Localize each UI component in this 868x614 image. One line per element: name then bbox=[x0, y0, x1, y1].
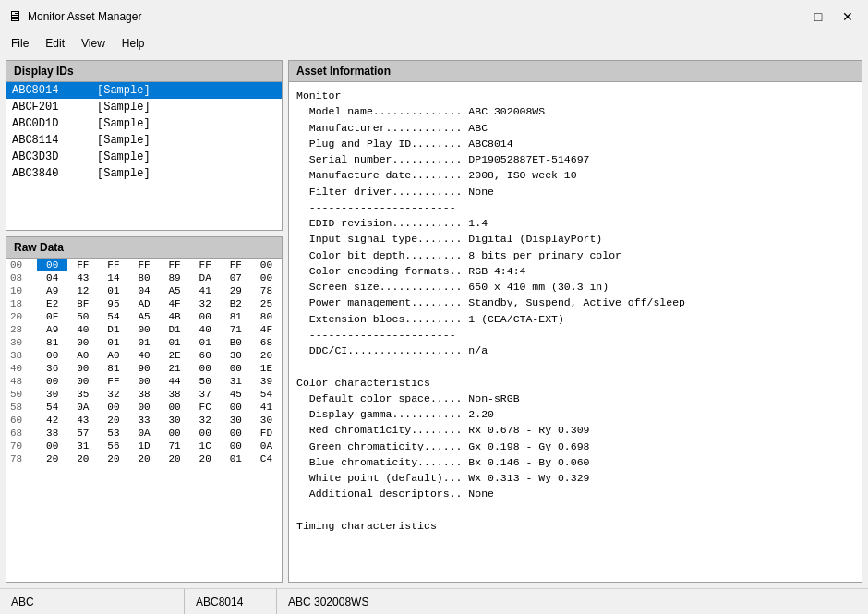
display-id-label: [Sample] bbox=[97, 84, 151, 97]
raw-byte: 1E bbox=[251, 362, 282, 375]
raw-addr: 58 bbox=[6, 401, 37, 414]
close-button[interactable]: ✕ bbox=[835, 6, 861, 27]
raw-byte: 78 bbox=[251, 284, 282, 297]
table-row: 080443148089DA0700 bbox=[6, 271, 282, 284]
raw-byte: AD bbox=[128, 297, 159, 310]
raw-addr: 68 bbox=[6, 427, 37, 439]
display-id-item[interactable]: ABC0D1D[Sample] bbox=[6, 115, 282, 132]
right-panel: Asset Information Monitor Model name....… bbox=[288, 60, 862, 583]
display-id-item[interactable]: ABC8014[Sample] bbox=[6, 82, 282, 99]
raw-byte: 0A bbox=[67, 401, 98, 414]
app-title: Monitor Asset Manager bbox=[28, 10, 141, 23]
raw-byte: 00 bbox=[67, 375, 98, 388]
menu-item-edit[interactable]: Edit bbox=[38, 35, 72, 52]
raw-byte: A0 bbox=[98, 349, 128, 362]
maximize-button[interactable]: □ bbox=[805, 6, 831, 27]
raw-byte: 1C bbox=[190, 439, 221, 452]
raw-byte: 37 bbox=[190, 388, 221, 401]
display-id-code: ABC3D3D bbox=[12, 150, 86, 163]
raw-byte: 38 bbox=[160, 388, 190, 401]
table-row: 3800A0A0402E603020 bbox=[6, 349, 282, 362]
menu-item-file[interactable]: File bbox=[4, 35, 36, 52]
asset-info-header: Asset Information bbox=[289, 61, 862, 82]
raw-addr: 10 bbox=[6, 284, 37, 297]
raw-byte: 20 bbox=[67, 452, 98, 465]
raw-byte: 00 bbox=[98, 401, 128, 414]
raw-byte: 45 bbox=[221, 388, 251, 401]
display-id-code: ABC8114 bbox=[12, 134, 86, 147]
table-row: 480000FF0044503139 bbox=[6, 375, 282, 388]
raw-byte: 20 bbox=[128, 452, 159, 465]
raw-byte: 30 bbox=[160, 414, 190, 427]
raw-byte: 50 bbox=[67, 310, 98, 323]
left-panel: Display IDs ABC8014[Sample]ABCF201[Sampl… bbox=[6, 60, 283, 583]
raw-data-container[interactable]: 0000FFFFFFFFFFFF00080443148089DA070010A9… bbox=[6, 259, 282, 572]
display-id-label: [Sample] bbox=[97, 101, 151, 114]
raw-byte: 38 bbox=[128, 388, 159, 401]
display-id-item[interactable]: ABC3840[Sample] bbox=[6, 165, 282, 182]
asset-info-content[interactable]: Monitor Model name.............. ABC 302… bbox=[289, 82, 862, 582]
raw-byte: 40 bbox=[190, 323, 221, 336]
table-row: 503035323838374554 bbox=[6, 388, 282, 401]
raw-byte: 56 bbox=[98, 439, 128, 452]
table-row: 604243203330323030 bbox=[6, 414, 282, 427]
display-ids-list[interactable]: ABC8014[Sample]ABCF201[Sample]ABC0D1D[Sa… bbox=[6, 82, 282, 230]
raw-byte: 00 bbox=[190, 310, 221, 323]
raw-byte: B0 bbox=[221, 336, 251, 349]
raw-byte: 60 bbox=[190, 349, 221, 362]
raw-byte: FF bbox=[98, 259, 128, 271]
window-controls: — □ ✕ bbox=[776, 6, 861, 27]
raw-byte: 00 bbox=[67, 362, 98, 375]
raw-data-section: Raw Data 0000FFFFFFFFFFFF00080443148089D… bbox=[6, 236, 283, 583]
raw-byte: 00 bbox=[67, 336, 98, 349]
raw-byte: 54 bbox=[37, 401, 67, 414]
raw-addr: 70 bbox=[6, 439, 37, 452]
raw-byte: 01 bbox=[98, 284, 128, 297]
raw-byte: FF bbox=[98, 375, 128, 388]
raw-byte: 81 bbox=[98, 362, 128, 375]
raw-byte: 0A bbox=[128, 427, 159, 439]
display-id-item[interactable]: ABC8114[Sample] bbox=[6, 132, 282, 149]
raw-byte: 00 bbox=[251, 271, 282, 284]
table-row: 683857530A000000FD bbox=[6, 427, 282, 439]
display-ids-section: Display IDs ABC8014[Sample]ABCF201[Sampl… bbox=[6, 60, 283, 231]
table-row: 28A940D100D140714F bbox=[6, 323, 282, 336]
raw-byte: 20 bbox=[251, 349, 282, 362]
raw-byte: A5 bbox=[128, 310, 159, 323]
raw-byte: 71 bbox=[221, 323, 251, 336]
app-icon: 🖥 bbox=[7, 8, 22, 25]
raw-byte: 00 bbox=[221, 362, 251, 375]
raw-byte: 00 bbox=[37, 349, 67, 362]
raw-addr: 48 bbox=[6, 375, 37, 388]
raw-byte: 43 bbox=[67, 271, 98, 284]
raw-byte: 20 bbox=[98, 414, 128, 427]
table-row: 18E28F95AD4F32B225 bbox=[6, 297, 282, 310]
menu-bar: FileEditViewHelp bbox=[0, 32, 868, 54]
status-manufacturer: ABC bbox=[0, 589, 185, 614]
raw-addr: 30 bbox=[6, 336, 37, 349]
title-bar: 🖥 Monitor Asset Manager — □ ✕ bbox=[0, 0, 868, 32]
display-id-item[interactable]: ABCF201[Sample] bbox=[6, 99, 282, 115]
raw-byte: 38 bbox=[37, 427, 67, 439]
raw-byte: 2E bbox=[160, 349, 190, 362]
table-row: 10A9120104A5412978 bbox=[6, 284, 282, 297]
asset-info-section: Asset Information Monitor Model name....… bbox=[288, 60, 862, 583]
raw-byte: 33 bbox=[128, 414, 159, 427]
raw-byte: FF bbox=[190, 259, 221, 271]
menu-item-view[interactable]: View bbox=[74, 35, 113, 52]
display-id-item[interactable]: ABC3D3D[Sample] bbox=[6, 149, 282, 165]
raw-byte: 01 bbox=[221, 452, 251, 465]
menu-item-help[interactable]: Help bbox=[115, 35, 152, 52]
minimize-button[interactable]: — bbox=[776, 6, 802, 27]
raw-byte: 68 bbox=[251, 336, 282, 349]
raw-byte: 00 bbox=[221, 439, 251, 452]
raw-byte: 36 bbox=[37, 362, 67, 375]
table-row: 7820202020202001C4 bbox=[6, 452, 282, 465]
raw-byte: 00 bbox=[190, 362, 221, 375]
raw-byte: 20 bbox=[37, 452, 67, 465]
raw-byte: 43 bbox=[67, 414, 98, 427]
raw-byte: 80 bbox=[128, 271, 159, 284]
raw-byte: 32 bbox=[98, 388, 128, 401]
raw-byte: 30 bbox=[221, 349, 251, 362]
raw-byte: 81 bbox=[37, 336, 67, 349]
